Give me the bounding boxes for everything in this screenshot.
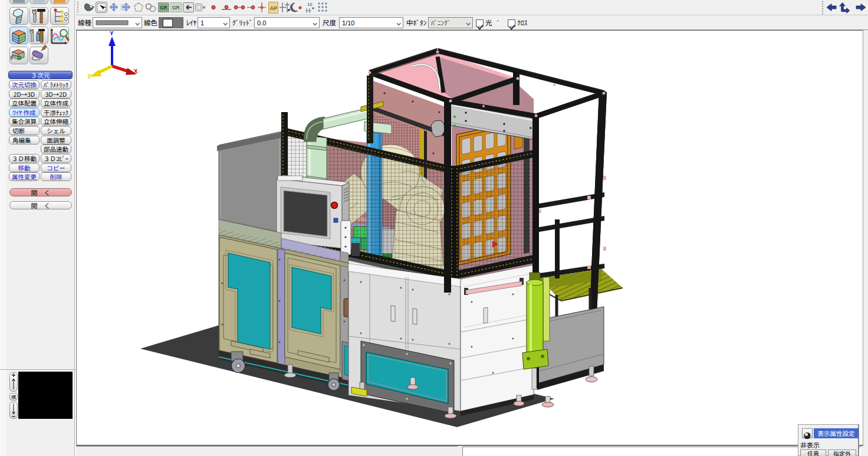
svg-text:X: X — [134, 68, 138, 75]
svg-text:Y: Y — [110, 30, 114, 37]
svg-text:GR: GR — [160, 5, 167, 11]
svg-text:Z: Z — [87, 73, 91, 80]
svg-text:GR: GR — [172, 5, 180, 11]
svg-text:AP: AP — [270, 5, 278, 11]
svg-text:10: 10 — [307, 2, 312, 7]
